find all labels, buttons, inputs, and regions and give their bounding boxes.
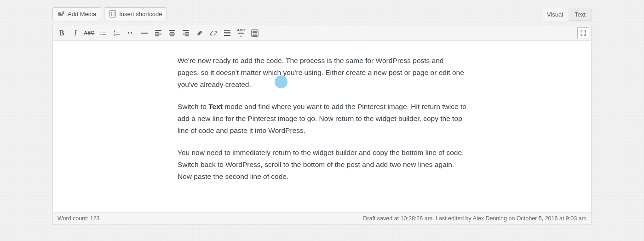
add-media-button[interactable]: Add Media bbox=[52, 7, 101, 20]
align-right-button[interactable] bbox=[179, 26, 193, 40]
editor-toolbar: B I ABC bbox=[53, 25, 591, 41]
media-buttons: Add Media [ ] Insert shortcode bbox=[52, 7, 167, 20]
align-left-button[interactable] bbox=[151, 26, 165, 40]
ordered-list-button[interactable] bbox=[110, 26, 124, 40]
insert-shortcode-label: Insert shortcode bbox=[119, 11, 162, 17]
add-media-label: Add Media bbox=[68, 11, 96, 17]
unordered-list-button[interactable] bbox=[96, 26, 110, 40]
bold-button[interactable]: B bbox=[55, 26, 69, 40]
italic-button[interactable]: I bbox=[69, 26, 82, 40]
horizontal-rule-button[interactable] bbox=[138, 26, 151, 40]
shortcode-icon: [ ] bbox=[109, 10, 116, 17]
word-count: Word count: 123 bbox=[58, 215, 100, 222]
read-more-button[interactable] bbox=[220, 26, 234, 40]
link-button[interactable] bbox=[193, 26, 207, 40]
p2-pre: Switch to bbox=[178, 103, 208, 110]
word-count-value: 123 bbox=[90, 215, 100, 222]
editor-content-area[interactable]: We're now ready to add the code. The pro… bbox=[53, 41, 591, 212]
p2-bold: Text bbox=[208, 103, 223, 110]
paragraph-1: We're now ready to add the code. The pro… bbox=[178, 55, 466, 91]
blockquote-button[interactable] bbox=[124, 26, 138, 40]
tab-visual[interactable]: Visual bbox=[541, 8, 569, 21]
svg-rect-0 bbox=[141, 33, 148, 34]
spellcheck-label: ABC bbox=[237, 29, 245, 32]
paragraph-2: Switch to Text mode and find where you w… bbox=[178, 101, 466, 137]
tab-visual-label: Visual bbox=[547, 11, 563, 18]
chevron-down-icon: ⌄ bbox=[239, 34, 243, 38]
strikethrough-button[interactable]: ABC bbox=[82, 26, 96, 40]
camera-music-icon bbox=[58, 10, 65, 17]
paragraph-3: You now need to immediately return to th… bbox=[178, 147, 466, 183]
word-count-label: Word count: bbox=[58, 215, 90, 222]
editor-container: B I ABC bbox=[52, 25, 592, 225]
save-status: Draft saved at 10:38:26 am. Last edited … bbox=[363, 215, 586, 222]
align-center-button[interactable] bbox=[165, 26, 179, 40]
fullscreen-button[interactable] bbox=[577, 27, 589, 39]
editor-tabs: Visual Text bbox=[541, 7, 592, 20]
unlink-button[interactable] bbox=[207, 26, 220, 40]
spellcheck-button[interactable]: ABC ⌄ bbox=[234, 26, 248, 40]
tab-text-label: Text bbox=[575, 11, 586, 18]
editor-statusbar: Word count: 123 Draft saved at 10:38:26 … bbox=[53, 212, 591, 224]
toolbar-toggle-button[interactable] bbox=[248, 26, 262, 40]
tab-text[interactable]: Text bbox=[569, 8, 592, 21]
insert-shortcode-button[interactable]: [ ] Insert shortcode bbox=[104, 7, 167, 20]
